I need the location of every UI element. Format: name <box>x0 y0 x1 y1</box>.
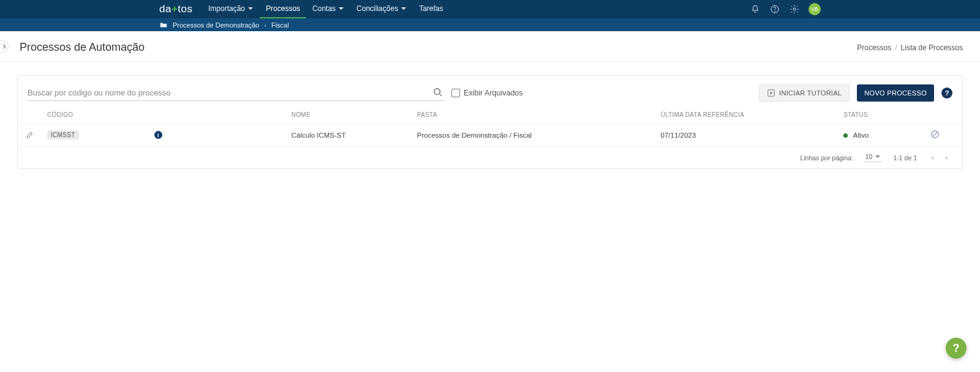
nav-processos[interactable]: Processos <box>260 0 306 18</box>
th-codigo: Código <box>42 105 287 124</box>
show-archived-label: Exibir Arquivados <box>464 89 523 97</box>
cell-status: Ativo <box>853 132 869 139</box>
prev-page-icon[interactable] <box>928 154 937 162</box>
rows-per-page-select[interactable]: 10 <box>864 153 883 162</box>
new-process-button[interactable]: Novo Processo <box>857 84 934 102</box>
folder-breadcrumb-bar: Processos de Demonstração › Fiscal <box>0 18 980 31</box>
cell-ultima: 07/11/2023 <box>656 124 839 147</box>
chevron-down-icon <box>875 154 881 160</box>
avatar-initials: VB <box>811 6 818 12</box>
processes-table: Código Nome Pasta Última Data Referência… <box>18 105 962 147</box>
svg-point-2 <box>793 8 796 10</box>
code-chip: ICMSST <box>47 130 79 140</box>
cell-nome: Cálculo ICMS-ST <box>287 124 412 147</box>
button-label: Novo Processo <box>864 89 927 97</box>
nav-label: Processos <box>266 4 300 13</box>
separator-icon: › <box>264 21 266 29</box>
card-toolbar: Exibir Arquivados Iniciar Tutorial Novo … <box>18 76 962 105</box>
separator-icon: / <box>895 43 897 52</box>
chevron-down-icon <box>247 6 254 12</box>
th-ultima: Última Data Referência <box>656 105 839 124</box>
breadcrumb: Processos / Lista de Processos <box>857 43 963 52</box>
checkbox-icon <box>451 89 460 97</box>
nav-label: Conciliações <box>356 4 398 13</box>
search-icon <box>433 87 443 97</box>
nav-label: Importação <box>208 4 245 13</box>
pagination-range: 1-1 de 1 <box>893 154 917 162</box>
page-header: Processos de Automação Processos / Lista… <box>0 31 980 62</box>
notifications-icon[interactable] <box>750 4 761 15</box>
next-page-icon[interactable] <box>943 154 951 162</box>
settings-icon[interactable] <box>789 4 800 15</box>
brand-plus: + <box>172 3 178 15</box>
nav-label: Contas <box>312 4 336 13</box>
content-area: Exibir Arquivados Iniciar Tutorial Novo … <box>0 62 980 182</box>
show-archived-toggle[interactable]: Exibir Arquivados <box>451 89 523 97</box>
nav-label: Tarefas <box>419 4 443 13</box>
breadcrumb-leaf[interactable]: Lista de Processos <box>901 43 963 52</box>
nav-items: Importação Processos Contas Conciliações… <box>202 0 450 18</box>
folder-leaf[interactable]: Fiscal <box>271 21 289 29</box>
chevron-down-icon <box>338 6 344 12</box>
svg-point-1 <box>775 11 775 12</box>
th-nome: Nome <box>287 105 412 124</box>
brand-logo: da+tos <box>159 0 193 18</box>
info-icon[interactable]: i <box>154 131 162 139</box>
cell-pasta: Processos de Demonstração / Fiscal <box>412 124 656 147</box>
nav-tarefas[interactable]: Tarefas <box>413 0 449 18</box>
top-navbar: da+tos Importação Processos Contas Conci… <box>0 0 980 18</box>
th-status: Status <box>839 105 907 124</box>
table-row[interactable]: ICMSST i Cálculo ICMS-ST Processos de De… <box>18 124 962 147</box>
start-tutorial-button[interactable]: Iniciar Tutorial <box>759 84 850 102</box>
rows-per-page-label: Linhas por página: <box>800 154 853 162</box>
expand-sidebar-handle[interactable] <box>0 40 9 53</box>
nav-conciliacoes[interactable]: Conciliações <box>350 0 413 18</box>
chevron-down-icon <box>401 6 407 12</box>
play-box-icon <box>767 89 775 97</box>
brand-part-right: tos <box>178 3 192 15</box>
nav-contas[interactable]: Contas <box>306 0 350 18</box>
search-input[interactable] <box>28 86 444 100</box>
nav-importacao[interactable]: Importação <box>202 0 260 18</box>
pagination: Linhas por página: 10 1-1 de 1 <box>18 147 962 168</box>
brand-part-left: da <box>159 3 172 15</box>
breadcrumb-root[interactable]: Processos <box>857 43 891 52</box>
folder-icon <box>159 21 168 29</box>
topbar-actions: VB <box>750 0 821 18</box>
rows-value: 10 <box>865 153 873 160</box>
help-icon[interactable] <box>769 4 780 15</box>
context-help-button[interactable]: ? <box>941 87 952 99</box>
button-label: Iniciar Tutorial <box>779 89 842 97</box>
folder-root[interactable]: Processos de Demonstração <box>173 21 259 29</box>
processes-card: Exibir Arquivados Iniciar Tutorial Novo … <box>17 75 963 169</box>
page-title: Processos de Automação <box>20 41 145 54</box>
search-field[interactable] <box>28 85 444 101</box>
block-icon[interactable] <box>930 133 940 140</box>
user-avatar[interactable]: VB <box>809 3 821 15</box>
edit-icon[interactable] <box>26 133 34 140</box>
th-pasta: Pasta <box>412 105 656 124</box>
status-dot-icon <box>843 133 848 138</box>
